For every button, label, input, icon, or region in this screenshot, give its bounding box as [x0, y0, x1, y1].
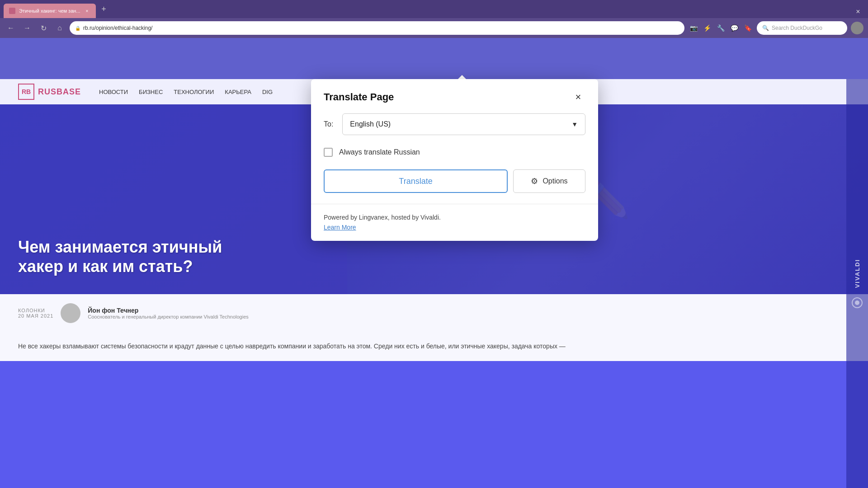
dialog-close-button[interactable]: ×: [571, 90, 585, 104]
options-button[interactable]: ⚙ Options: [513, 169, 585, 193]
hero-title: Чем занимается этичный хакер и как им ст…: [18, 237, 222, 276]
action-row: Translate ⚙ Options: [324, 169, 585, 193]
always-translate-label: Always translate Russian: [339, 148, 420, 156]
window-close-button[interactable]: ×: [852, 5, 864, 18]
logo-name: RUSBASE: [38, 87, 81, 97]
logo-rb-text: RB: [22, 88, 31, 95]
options-label: Options: [542, 177, 567, 185]
browser-chrome: Этичный хакинг: чем зан... × + × ← → ↻ ⌂…: [0, 0, 868, 79]
dialog-body: To: English (US) ▼ Always translate Russ…: [311, 113, 598, 204]
vivaldi-sidebar: VIVALDI: [846, 79, 868, 488]
lock-icon: 🔒: [75, 26, 80, 31]
article-meta: КОЛОНКИ 20 мая 2021 Йон фон Течнер Соосн…: [0, 294, 868, 332]
tab-favicon: [9, 8, 15, 14]
dialog-footer: Powered by Lingvanex, hosted by Vivaldi.…: [311, 204, 598, 241]
nav-novosti[interactable]: НОВОСТИ: [99, 89, 128, 95]
tab-title: Этичный хакинг: чем зан...: [19, 8, 80, 14]
dialog-title: Translate Page: [324, 91, 394, 103]
learn-more-link[interactable]: Learn More: [324, 224, 356, 231]
vivaldi-icon: [852, 297, 863, 308]
tab-bar: Этичный хакинг: чем зан... × + ×: [0, 0, 868, 18]
language-select-text: English (US): [350, 120, 391, 128]
gear-icon: ⚙: [531, 176, 538, 186]
address-bar: ← → ↻ ⌂ 🔒 rb.ru/opinion/ethical-hacking/…: [0, 18, 868, 38]
author-role: Сооснователь и генеральный директор комп…: [88, 314, 249, 319]
powered-by-text: Powered by Lingvanex, hosted by Vivaldi.…: [324, 212, 585, 233]
language-select[interactable]: English (US) ▼: [342, 113, 585, 135]
nav-dig[interactable]: DIG: [262, 89, 273, 95]
home-button[interactable]: ⌂: [53, 22, 66, 34]
nav-biznes[interactable]: БИЗНЕС: [139, 89, 163, 95]
translate-dialog: Translate Page × To: English (US) ▼ Alwa…: [311, 79, 598, 241]
vivaldi-sidebar-label: VIVALDI: [854, 259, 861, 288]
toolbar-icons: 📷 ⚡ 🔧 💬 🔖: [688, 23, 753, 33]
toolbar-icon-2[interactable]: ⚡: [702, 23, 712, 33]
dialog-header: Translate Page ×: [311, 79, 598, 113]
hero-content: Чем занимается этичный хакер и как им ст…: [18, 237, 222, 276]
user-avatar[interactable]: [851, 22, 863, 34]
nav-tech[interactable]: ТЕХНОЛОГИИ: [174, 89, 214, 95]
author-name: Йон фон Течнер: [88, 307, 249, 314]
tab-close-button[interactable]: ×: [84, 8, 90, 14]
translate-button[interactable]: Translate: [324, 169, 508, 193]
site-logo: RB RUSBASE: [18, 84, 81, 100]
article-body: Не все хакеры взламывают системы безопас…: [0, 332, 868, 361]
search-bar[interactable]: 🔍 Search DuckDuckGo: [757, 21, 847, 35]
column-tag: КОЛОНКИ: [18, 308, 53, 313]
url-bar[interactable]: 🔒 rb.ru/opinion/ethical-hacking/: [70, 21, 684, 35]
forward-button[interactable]: →: [21, 22, 33, 34]
article-text: Не все хакеры взламывают системы безопас…: [18, 341, 850, 352]
back-button[interactable]: ←: [5, 22, 17, 34]
search-icon: 🔍: [762, 25, 769, 31]
author-avatar: [61, 303, 80, 323]
to-label: To:: [324, 120, 333, 128]
browser-tab[interactable]: Этичный хакинг: чем зан... ×: [4, 4, 96, 18]
site-nav: НОВОСТИ БИЗНЕС ТЕХНОЛОГИИ КАРЬЕРА DIG: [99, 89, 273, 95]
select-arrow-icon: ▼: [571, 121, 578, 128]
checkbox-row: Always translate Russian: [324, 148, 585, 157]
nav-career[interactable]: КАРЬЕРА: [225, 89, 251, 95]
toolbar-icon-1[interactable]: 📷: [688, 23, 699, 33]
url-text: rb.ru/opinion/ethical-hacking/: [83, 25, 152, 31]
panel-bar: [0, 38, 868, 79]
translate-to-row: To: English (US) ▼: [324, 113, 585, 135]
search-placeholder: Search DuckDuckGo: [772, 25, 822, 31]
add-tab-button[interactable]: +: [98, 3, 110, 15]
toolbar-icon-3[interactable]: 🔧: [715, 23, 726, 33]
toolbar-icon-4[interactable]: 💬: [729, 23, 740, 33]
reload-button[interactable]: ↻: [37, 22, 50, 34]
logo-box: RB: [18, 84, 34, 100]
always-translate-checkbox[interactable]: [324, 148, 333, 157]
toolbar-icon-5[interactable]: 🔖: [742, 23, 753, 33]
article-date: 20 мая 2021: [18, 313, 53, 319]
